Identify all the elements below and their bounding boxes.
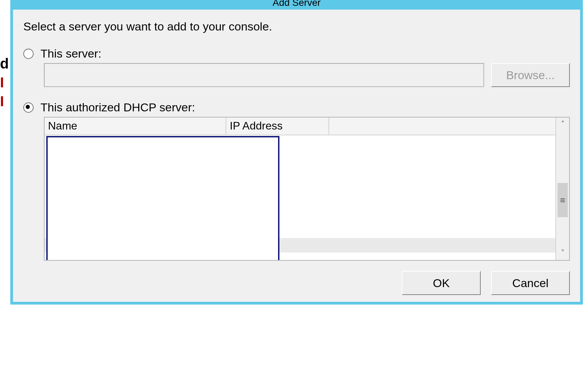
instruction-text: Select a server you want to add to your … [23,20,570,33]
column-header-blank [329,118,555,135]
option-authorized-dhcp[interactable]: This authorized DHCP server: [23,101,570,114]
chevron-up-icon: ˄ [561,120,565,129]
chevron-down-icon: ˅ [561,249,565,258]
option-this-server[interactable]: This server: [23,47,570,60]
option-authorized-label: This authorized DHCP server: [40,101,195,114]
background-glyph: d [0,57,9,71]
cancel-button[interactable]: Cancel [491,271,570,295]
column-header-name[interactable]: Name [45,118,226,135]
background-glyph: I [0,75,4,90]
add-server-dialog: Add Server Select a server you want to a… [10,0,583,305]
dialog-client-area: Select a server you want to add to your … [13,10,580,302]
dialog-title: Add Server [13,0,580,10]
radio-authorized-dhcp[interactable] [23,102,34,113]
scroll-track[interactable] [556,131,569,246]
browse-button: Browse... [491,63,570,87]
scroll-down-button[interactable]: ˅ [556,246,569,260]
dialog-footer: OK Cancel [23,271,570,295]
redaction-overlay [46,136,279,260]
this-server-input [44,63,484,87]
list-scrollbar[interactable]: ˄ ˅ [555,118,569,260]
column-header-ip[interactable]: IP Address [226,118,329,135]
scroll-up-button[interactable]: ˄ [556,118,569,131]
radio-this-server[interactable] [23,49,34,59]
list-header: Name IP Address [45,118,555,135]
ok-button[interactable]: OK [402,271,481,295]
scroll-thumb[interactable] [557,183,568,217]
background-glyph: I [0,94,4,109]
option-this-server-label: This server: [40,47,101,60]
list-rows: 0 0 0 0 0 [45,135,555,260]
authorized-server-list[interactable]: Name IP Address 0 0 0 [44,117,570,261]
